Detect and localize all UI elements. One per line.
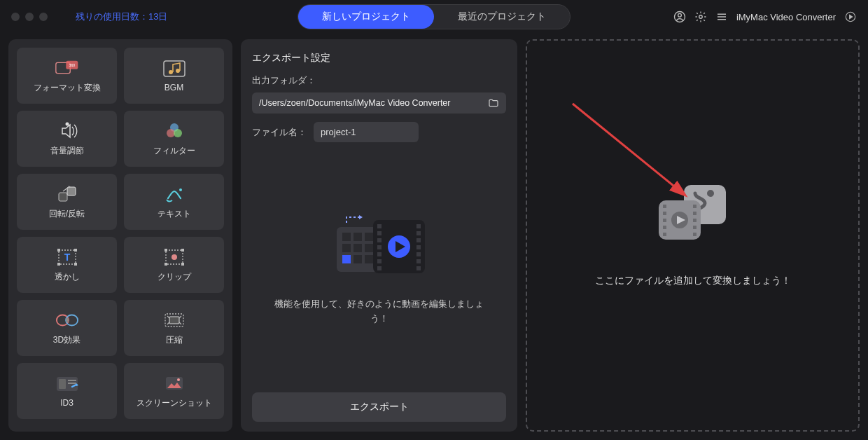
svg-rect-55	[377, 224, 382, 228]
svg-rect-83	[693, 226, 696, 229]
text-icon	[162, 184, 186, 204]
svg-rect-38	[68, 383, 76, 384]
tool-label: スクリーンショット	[136, 397, 212, 409]
svg-rect-77	[663, 219, 666, 222]
tool-compress[interactable]: 圧縮	[124, 300, 224, 356]
tool-label: 圧縮	[166, 334, 183, 346]
output-folder-field[interactable]: /Users/zoen/Documents/iMyMac Video Conve…	[252, 92, 506, 114]
volume-adjust-icon	[55, 121, 79, 141]
output-folder-label: 出力フォルダ：	[252, 74, 316, 87]
tool-3d-effect[interactable]: 3D効果	[17, 300, 117, 356]
svg-rect-52	[342, 255, 351, 263]
media-drop-icon	[654, 184, 732, 247]
svg-rect-28	[164, 263, 167, 266]
svg-point-13	[174, 129, 182, 137]
settings-icon[interactable]	[694, 11, 707, 23]
svg-rect-47	[354, 244, 362, 252]
tool-clip[interactable]: クリップ	[124, 237, 224, 293]
svg-rect-58	[377, 245, 382, 249]
main-layout: 360フォーマット変換BGM音量調節フィルター回転/反転テキストT透かしクリップ…	[0, 34, 868, 440]
svg-rect-20	[57, 249, 60, 252]
svg-rect-21	[74, 249, 77, 252]
tool-sidebar: 360フォーマット変換BGM音量調節フィルター回転/反転テキストT透かしクリップ…	[8, 39, 232, 432]
tab-new-project[interactable]: 新しいプロジェクト	[298, 5, 434, 29]
svg-rect-51	[365, 255, 373, 263]
svg-rect-36	[59, 379, 66, 389]
svg-rect-26	[164, 249, 167, 252]
tool-label: テキスト	[158, 208, 191, 220]
menu-icon[interactable]	[715, 11, 728, 23]
svg-rect-14	[59, 193, 67, 201]
tool-label: 回転/反転	[49, 208, 85, 220]
watermark-icon: T	[55, 247, 79, 267]
svg-point-2	[699, 15, 703, 19]
svg-rect-43	[342, 233, 351, 241]
svg-text:T: T	[64, 252, 70, 263]
svg-line-71	[573, 104, 685, 195]
filename-input[interactable]	[314, 122, 419, 142]
svg-rect-57	[377, 238, 382, 242]
folder-browse-icon[interactable]	[488, 97, 499, 109]
tool-label: フォーマット変換	[34, 82, 101, 94]
tool-id3[interactable]: ID3	[17, 363, 117, 419]
export-panel: エクスポート設定 出力フォルダ： /Users/zoen/Documents/i…	[241, 39, 517, 432]
account-icon[interactable]	[673, 11, 686, 23]
tool-watermark[interactable]: T透かし	[17, 237, 117, 293]
tool-rotate-flip[interactable]: 回転/反転	[17, 174, 117, 230]
svg-rect-50	[354, 255, 362, 263]
export-button[interactable]: エクスポート	[252, 392, 506, 422]
svg-rect-46	[342, 244, 351, 252]
svg-rect-66	[416, 252, 421, 256]
tool-label: ID3	[60, 398, 74, 408]
app-name-label: iMyMac Video Converter	[736, 12, 836, 22]
svg-rect-76	[663, 212, 666, 215]
format-convert-icon: 360	[55, 58, 79, 78]
svg-rect-34	[169, 317, 179, 324]
screenshot-icon	[162, 373, 186, 393]
id3-icon	[55, 374, 79, 394]
compress-icon	[162, 310, 186, 330]
filename-row: ファイル名：	[252, 122, 506, 142]
titlebar-right: iMyMac Video Converter	[673, 11, 857, 23]
clip-icon	[162, 247, 186, 267]
tool-format-convert[interactable]: 360フォーマット変換	[17, 48, 117, 104]
svg-rect-7	[164, 61, 185, 76]
file-dropzone[interactable]: ここにファイルを追加して変換しましょう！	[526, 39, 860, 432]
tool-label: BGM	[164, 83, 183, 92]
svg-rect-61	[377, 266, 382, 270]
close-window-button[interactable]	[11, 13, 20, 21]
tool-screenshot[interactable]: スクリーンショット	[124, 363, 224, 419]
editor-illustration-icon	[327, 210, 432, 280]
tool-label: 音量調節	[50, 145, 84, 157]
export-title: エクスポート設定	[252, 52, 506, 64]
svg-rect-22	[57, 263, 60, 266]
svg-rect-59	[377, 252, 382, 256]
svg-rect-65	[416, 245, 421, 249]
maximize-window-button[interactable]	[39, 13, 48, 21]
dropzone-hint: ここにファイルを追加して変換しましょう！	[595, 275, 791, 287]
svg-rect-81	[693, 212, 696, 215]
tool-label: フィルター	[153, 145, 195, 157]
play-icon[interactable]	[844, 11, 857, 23]
svg-point-25	[172, 254, 177, 260]
tool-filter[interactable]: フィルター	[124, 111, 224, 167]
tool-bgm[interactable]: BGM	[124, 48, 224, 104]
minimize-window-button[interactable]	[25, 13, 34, 21]
svg-rect-79	[663, 233, 666, 236]
svg-rect-62	[416, 224, 421, 228]
window-controls	[11, 13, 48, 21]
tool-text[interactable]: テキスト	[124, 174, 224, 230]
svg-rect-23	[74, 263, 77, 266]
svg-rect-75	[663, 205, 666, 208]
svg-rect-32	[66, 318, 69, 322]
tool-volume-adjust[interactable]: 音量調節	[17, 111, 117, 167]
svg-point-8	[169, 70, 173, 74]
output-folder-path: /Users/zoen/Documents/iMyMac Video Conve…	[259, 98, 482, 108]
filename-label: ファイル名：	[252, 126, 307, 139]
tab-recent-projects[interactable]: 最近のプロジェクト	[434, 5, 570, 29]
tool-label: クリップ	[158, 271, 191, 283]
tool-label: 透かし	[55, 271, 80, 283]
svg-rect-80	[693, 205, 696, 208]
svg-rect-48	[365, 244, 373, 252]
svg-text:360: 360	[69, 63, 75, 67]
